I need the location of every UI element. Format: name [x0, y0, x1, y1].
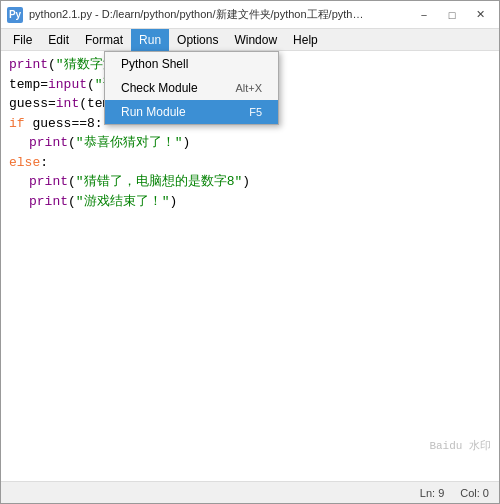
watermark: Baidu 水印 [429, 438, 491, 453]
minimize-button[interactable]: − [411, 5, 437, 25]
menu-run[interactable]: Run [131, 29, 169, 51]
main-window: Py python2.1.py - D:/learn/python/python… [0, 0, 500, 504]
menu-file[interactable]: File [5, 29, 40, 51]
check-module-label: Check Module [121, 81, 198, 95]
code-line-5: print("恭喜你猜对了！") [9, 133, 491, 153]
dropdown-check-module[interactable]: Check Module Alt+X [105, 76, 278, 100]
dropdown-python-shell[interactable]: Python Shell [105, 52, 278, 76]
close-button[interactable]: ✕ [467, 5, 493, 25]
code-line-9 [9, 211, 491, 231]
code-line-7: print("猜错了，电脑想的是数字8") [9, 172, 491, 192]
status-col: Col: 0 [460, 487, 489, 499]
python-shell-label: Python Shell [121, 57, 188, 71]
code-line-6: else: [9, 153, 491, 173]
menu-window[interactable]: Window [226, 29, 285, 51]
menu-edit[interactable]: Edit [40, 29, 77, 51]
status-bar: Ln: 9 Col: 0 [1, 481, 499, 503]
window-controls: − □ ✕ [411, 5, 493, 25]
run-dropdown: Python Shell Check Module Alt+X Run Modu… [104, 51, 279, 125]
run-module-label: Run Module [121, 105, 186, 119]
check-module-shortcut: Alt+X [235, 82, 262, 94]
menu-help[interactable]: Help [285, 29, 326, 51]
maximize-button[interactable]: □ [439, 5, 465, 25]
title-bar: Py python2.1.py - D:/learn/python/python… [1, 1, 499, 29]
run-module-shortcut: F5 [249, 106, 262, 118]
menu-options[interactable]: Options [169, 29, 226, 51]
app-icon: Py [7, 7, 23, 23]
menu-format[interactable]: Format [77, 29, 131, 51]
title-bar-left: Py python2.1.py - D:/learn/python/python… [7, 7, 369, 23]
code-line-8: print("游戏结束了！") [9, 192, 491, 212]
status-line: Ln: 9 [420, 487, 444, 499]
window-title: python2.1.py - D:/learn/python/python/新建… [29, 7, 369, 22]
menu-bar: File Edit Format Run Options Window Help… [1, 29, 499, 51]
dropdown-run-module[interactable]: Run Module F5 [105, 100, 278, 124]
